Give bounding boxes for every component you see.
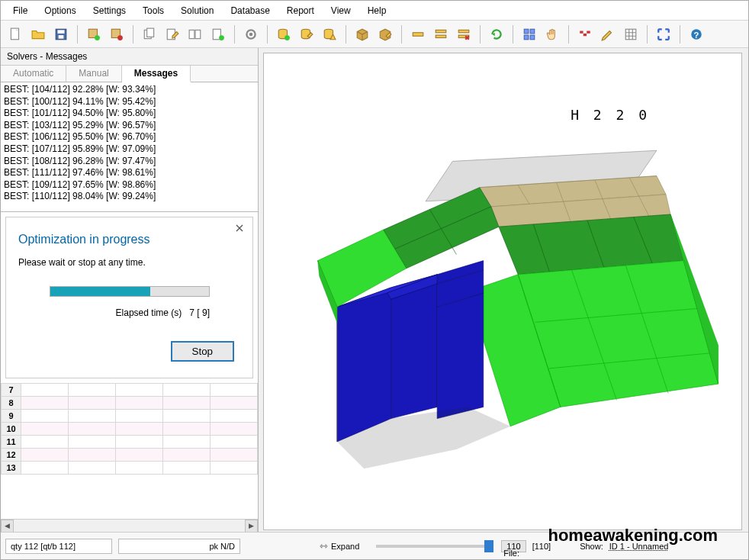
status-pk: pk N/D: [118, 539, 240, 554]
menu-bar: File Options Settings Tools Solution Dat…: [1, 1, 748, 21]
row-header[interactable]: 9: [2, 410, 21, 423]
expand-icon: ⇿: [320, 540, 328, 552]
menu-settings[interactable]: Settings: [85, 3, 133, 18]
tab-messages[interactable]: Messages: [122, 66, 191, 82]
status-file-label: File:: [503, 549, 519, 558]
tab-manual[interactable]: Manual: [66, 66, 121, 82]
watermark-text: homeawakening.com: [548, 526, 718, 546]
grid-icon[interactable]: [621, 24, 641, 44]
hand-icon[interactable]: [542, 24, 562, 44]
save-icon[interactable]: [51, 24, 71, 44]
gear-icon[interactable]: [241, 24, 261, 44]
container-3d-render: [264, 53, 741, 529]
stop-button[interactable]: Stop: [171, 341, 234, 362]
rows-del-icon[interactable]: [454, 24, 474, 44]
tab-empty: [191, 66, 258, 82]
multi-page-icon[interactable]: [185, 24, 205, 44]
page-go-icon[interactable]: [208, 24, 228, 44]
row-header[interactable]: 13: [2, 462, 21, 475]
menu-tools[interactable]: Tools: [135, 3, 172, 18]
toolbar-separator: [568, 25, 569, 43]
db-go-icon[interactable]: [274, 24, 294, 44]
menu-file[interactable]: File: [5, 3, 35, 18]
svg-point-15: [219, 35, 224, 40]
right-pane: H 2 2 0: [259, 48, 748, 532]
svg-point-6: [95, 35, 100, 40]
svg-point-19: [284, 35, 290, 40]
new-file-icon[interactable]: [5, 24, 25, 44]
menu-options[interactable]: Options: [37, 3, 83, 18]
rows-icon[interactable]: [431, 24, 451, 44]
svg-rect-4: [59, 35, 64, 39]
expand-arrows-icon[interactable]: [654, 24, 673, 44]
svg-rect-31: [524, 35, 529, 40]
elapsed-value: 7 [ 9]: [189, 307, 210, 318]
log-line: BEST: [101/112] 94.50% [W: 95.80%]: [4, 108, 255, 120]
log-line: BEST: [106/112] 95.50% [W: 96.70%]: [4, 131, 255, 143]
log-line: BEST: [100/112] 94.11% [W: 95.42%]: [4, 96, 255, 108]
copy-icon[interactable]: [140, 24, 159, 44]
log-line: BEST: [107/112] 95.89% [W: 97.09%]: [4, 143, 255, 156]
package-icon[interactable]: [352, 24, 372, 44]
open-folder-icon[interactable]: [28, 24, 48, 44]
progress-bar: [50, 286, 210, 297]
svg-rect-37: [583, 33, 587, 35]
scroll-right-icon[interactable]: ▶: [245, 520, 258, 533]
svg-text:?: ?: [694, 30, 699, 39]
dialog-message: Please wait or stop at any time.: [18, 257, 240, 268]
row-icon[interactable]: [408, 24, 428, 44]
grid-hscrollbar[interactable]: ◀ ▶: [1, 519, 258, 532]
toolbar-separator: [133, 25, 133, 43]
status-qty: qty 112 [qt/b 112]: [5, 539, 112, 554]
log-line: BEST: [111/112] 97.46% [W: 98.61%]: [4, 167, 255, 179]
pkg-edit-icon[interactable]: [375, 24, 395, 44]
row-header[interactable]: 10: [2, 423, 21, 436]
svg-rect-39: [625, 29, 636, 40]
svg-rect-29: [524, 29, 529, 34]
svg-rect-12: [189, 30, 194, 38]
svg-point-17: [249, 32, 253, 36]
messages-log[interactable]: BEST: [104/112] 92.28% [W: 93.34%] BEST:…: [1, 82, 258, 212]
3d-viewport[interactable]: H 2 2 0: [263, 53, 742, 530]
menu-view[interactable]: View: [323, 3, 358, 18]
help-icon[interactable]: ?: [686, 24, 706, 44]
align-icon[interactable]: [519, 24, 539, 44]
menu-solution[interactable]: Solution: [173, 3, 221, 18]
menu-report[interactable]: Report: [279, 3, 322, 18]
row-header[interactable]: 8: [2, 397, 21, 410]
row-header[interactable]: 12: [2, 449, 21, 462]
db-warn-icon[interactable]: [320, 24, 339, 44]
solvers-tabs: Automatic Manual Messages: [1, 66, 258, 82]
svg-rect-34: [583, 31, 587, 33]
progress-fill: [50, 287, 150, 296]
db-edit-icon[interactable]: [297, 24, 317, 44]
row-header[interactable]: 11: [2, 436, 21, 449]
tab-automatic[interactable]: Automatic: [1, 66, 66, 82]
toolbar-separator: [346, 25, 346, 43]
edit-page-icon[interactable]: [162, 24, 182, 44]
toolbar-separator: [267, 25, 268, 43]
row-header[interactable]: 7: [2, 384, 21, 397]
close-icon[interactable]: [231, 220, 248, 236]
expand-button[interactable]: ⇿ Expand: [313, 539, 365, 553]
scroll-left-icon[interactable]: ◀: [1, 520, 14, 533]
log-line: BEST: [104/112] 92.28% [W: 93.34%]: [4, 84, 255, 96]
svg-rect-38: [587, 33, 590, 35]
svg-rect-33: [580, 31, 583, 33]
menu-help[interactable]: Help: [360, 3, 394, 18]
zoom-slider[interactable]: [376, 545, 490, 548]
solvers-panel-title: Solvers - Messages: [1, 48, 258, 66]
svg-rect-30: [530, 29, 535, 34]
refresh-icon[interactable]: [487, 24, 506, 44]
spreadsheet-grid[interactable]: 7 8 9 10 11 12 13: [1, 383, 258, 519]
expand-label: Expand: [331, 542, 359, 551]
slider-thumb[interactable]: [484, 540, 493, 552]
prop-remove-icon[interactable]: [107, 24, 127, 44]
elapsed-time: Elapsed time (s) 7 [ 9]: [18, 307, 240, 318]
menu-database[interactable]: Database: [223, 3, 277, 18]
svg-rect-35: [587, 31, 590, 33]
svg-marker-53: [391, 284, 438, 419]
prop-add-icon[interactable]: [84, 24, 104, 44]
flag-icon[interactable]: [575, 24, 595, 44]
pencil-icon[interactable]: [598, 24, 618, 44]
